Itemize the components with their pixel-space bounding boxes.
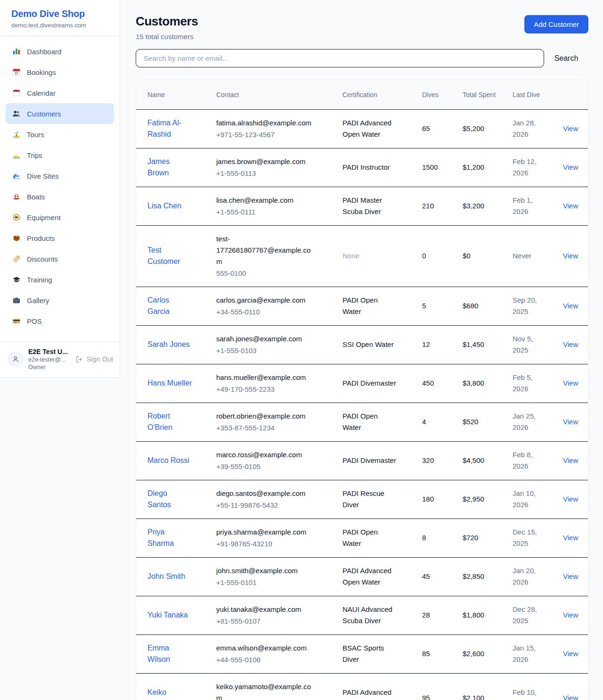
table-row: James Brown james.brown@example.com +1-5… xyxy=(136,148,588,187)
customer-email: fatima.alrashid@example.com xyxy=(216,117,313,129)
view-link[interactable]: View xyxy=(563,572,578,580)
customer-certification: PADI Rescue Diver xyxy=(337,480,416,519)
customer-name-link[interactable]: Hans Mueller xyxy=(147,378,192,389)
view-link[interactable]: View xyxy=(563,302,578,310)
sidebar-nav: Dashboard 17 Bookings Calendar Customers… xyxy=(0,36,120,342)
customer-name-link[interactable]: James Brown xyxy=(147,156,193,179)
sign-out-button[interactable]: Sign Out xyxy=(75,355,113,363)
user-email: e2e-tester@... xyxy=(28,356,71,363)
customer-last-dive: Feb 12, 2026 xyxy=(507,148,557,187)
customer-name-link[interactable]: Test Customer xyxy=(147,245,193,267)
sidebar-item-tours[interactable]: Tours xyxy=(6,124,114,145)
view-link[interactable]: View xyxy=(563,340,578,348)
customer-total-spent: $2,600 xyxy=(457,634,507,673)
table-row: Fatima Al-Rashid fatima.alrashid@example… xyxy=(136,109,588,148)
tag-icon xyxy=(12,255,21,263)
sidebar-item-discounts[interactable]: Discounts xyxy=(6,248,114,269)
user-section: E2E Test U... e2e-tester@... Owner Sign … xyxy=(0,342,120,377)
sidebar-item-calendar[interactable]: Calendar xyxy=(6,82,114,103)
view-link[interactable]: View xyxy=(563,202,578,210)
view-link[interactable]: View xyxy=(563,379,578,387)
table-row: Keiko Yamamoto keiko.yamamoto@example.co… xyxy=(136,673,588,700)
customer-phone: +1-555-0111 xyxy=(216,206,313,218)
user-role: Owner xyxy=(28,364,71,371)
customer-dives: 210 xyxy=(416,187,457,225)
customer-certification: PADI Open Water xyxy=(337,519,416,557)
table-row: Test Customer test-1772681807767@example… xyxy=(136,225,588,287)
customer-last-dive: Feb 5, 2026 xyxy=(507,364,557,403)
customer-name-link[interactable]: Diego Santos xyxy=(147,488,193,511)
customer-last-dive: Jan 10, 2026 xyxy=(507,480,557,519)
sidebar-item-label: Boats xyxy=(27,193,45,201)
search-button[interactable]: Search xyxy=(544,54,588,63)
customer-email: marco.rossi@example.com xyxy=(216,449,313,461)
customer-name-link[interactable]: Fatima Al-Rashid xyxy=(147,117,193,140)
customer-certification: PADI Instructor xyxy=(337,148,416,187)
customer-name-link[interactable]: Keiko Yamamoto xyxy=(147,687,193,700)
customer-last-dive: Sep 20, 2025 xyxy=(507,287,557,325)
customer-total-spent: $520 xyxy=(457,403,507,441)
customer-email: james.brown@example.com xyxy=(216,156,313,167)
customer-phone: +91-98765-43210 xyxy=(216,538,313,550)
customer-name-link[interactable]: Sarah Jones xyxy=(147,339,190,350)
customer-phone: +1-555-0103 xyxy=(216,345,313,356)
column-header-name: Name xyxy=(136,80,211,109)
customers-table-card: Name Contact Certification Dives Total S… xyxy=(136,80,588,700)
table-row: Emma Wilson emma.wilson@example.com +44-… xyxy=(136,634,588,673)
sidebar-item-label: Products xyxy=(27,234,55,242)
package-icon xyxy=(12,234,21,242)
customer-total-spent: $2,850 xyxy=(457,557,507,596)
bar-chart-icon xyxy=(12,47,21,56)
sidebar-item-label: Training xyxy=(27,276,52,284)
sidebar-item-boats[interactable]: Boats xyxy=(6,186,114,207)
customer-name-link[interactable]: Emma Wilson xyxy=(147,642,193,665)
sidebar-item-trips[interactable]: Trips xyxy=(6,145,114,165)
view-link[interactable]: View xyxy=(563,611,578,619)
view-link[interactable]: View xyxy=(563,124,578,132)
avatar xyxy=(8,351,24,367)
sidebar-item-dive-sites[interactable]: Dive Sites xyxy=(6,165,114,186)
customer-phone: +1-555-0113 xyxy=(216,168,313,179)
search-input[interactable] xyxy=(136,49,544,67)
customer-certification: PADI Advanced Open Water xyxy=(337,109,416,148)
sidebar-item-equipment[interactable]: Equipment xyxy=(6,207,114,228)
view-link[interactable]: View xyxy=(563,163,578,171)
view-link[interactable]: View xyxy=(563,650,578,658)
island-icon xyxy=(12,130,21,139)
customer-name-link[interactable]: Yuki Tanaka xyxy=(147,609,188,621)
view-link[interactable]: View xyxy=(563,252,578,260)
sidebar-item-customers[interactable]: Customers xyxy=(6,103,114,124)
view-link[interactable]: View xyxy=(563,534,578,542)
add-customer-button[interactable]: Add Customer xyxy=(524,15,588,33)
customer-email: keiko.yamamoto@example.com xyxy=(216,681,313,700)
customer-dives: 95 xyxy=(416,673,457,700)
customer-name-link[interactable]: Lisa Chen xyxy=(147,200,181,212)
sidebar: Demo Dive Shop demo.test.divestreams.com… xyxy=(0,0,120,378)
view-link[interactable]: View xyxy=(563,456,578,464)
customer-name-link[interactable]: Carlos Garcia xyxy=(147,295,193,317)
credit-card-icon xyxy=(12,317,21,325)
customer-total-spent: $3,200 xyxy=(457,187,507,225)
sidebar-item-training[interactable]: Training xyxy=(6,269,114,290)
sidebar-item-products[interactable]: Products xyxy=(6,228,114,248)
customer-name-link[interactable]: Priya Sharma xyxy=(147,527,193,549)
sidebar-item-gallery[interactable]: Gallery xyxy=(6,290,114,311)
shop-name-link[interactable]: Demo Dive Shop xyxy=(11,8,108,19)
customer-name-link[interactable]: Marco Rossi xyxy=(147,455,189,466)
svg-text:17: 17 xyxy=(15,72,18,75)
table-row: Diego Santos diego.santos@example.com +5… xyxy=(136,480,588,519)
sidebar-item-dashboard[interactable]: Dashboard xyxy=(6,41,114,62)
people-icon xyxy=(12,109,21,118)
shop-header: Demo Dive Shop demo.test.divestreams.com xyxy=(0,0,120,36)
customer-dives: 65 xyxy=(416,109,457,148)
customer-dives: 0 xyxy=(416,225,457,287)
view-link[interactable]: View xyxy=(563,495,578,503)
customer-name-link[interactable]: John Smith xyxy=(147,571,185,582)
customer-certification: PADI Master Scuba Diver xyxy=(337,187,416,225)
sidebar-item-bookings[interactable]: 17 Bookings xyxy=(6,62,114,82)
column-header-last-dive: Last Dive xyxy=(507,80,557,109)
view-link[interactable]: View xyxy=(563,418,578,426)
customer-name-link[interactable]: Robert O'Brien xyxy=(147,411,193,433)
sidebar-item-pos[interactable]: POS xyxy=(6,311,114,331)
view-link[interactable]: View xyxy=(563,694,578,700)
